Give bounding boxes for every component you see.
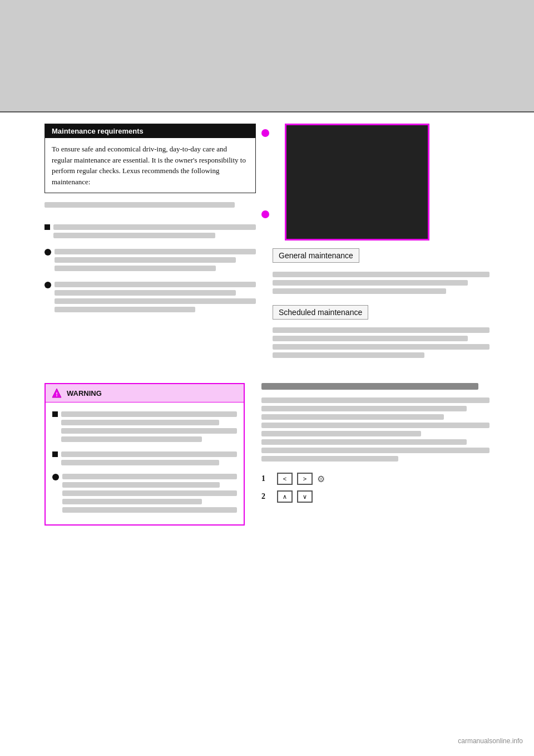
bullet-row-circle-1 [44,249,256,274]
bottom-section: ! WARNING [0,377,534,537]
bottom-right-text-area [261,397,490,462]
gear-icon: ⚙ [317,474,325,484]
warning-line-4 [61,436,202,442]
right-text-2 [273,280,468,286]
bullet-row-1 [44,224,256,241]
navigation-controls: 1 < > ⚙ 2 ∧ ∨ [261,473,490,503]
warning-line-7 [62,474,237,479]
bullet-row-circle-2 [44,282,256,315]
page-watermark: carmanualsonline.info [458,737,523,745]
photo-dot-bottom [261,210,269,218]
warning-line-9 [62,490,237,496]
right-text-7 [273,352,424,358]
br-line-4 [261,423,490,428]
circle-text-2d [55,307,195,312]
br-line-2 [261,406,467,411]
br-line-6 [261,439,467,445]
warning-body [46,402,244,524]
warning-title-text: WARNING [67,389,102,397]
left-column: Maintenance requirements To ensure safe … [44,124,256,361]
circle-text-2b [55,290,236,296]
square-bullet-1 [44,224,50,230]
main-content: Maintenance requirements To ensure safe … [0,112,534,372]
warning-bullet-circle [52,474,237,516]
warning-triangle-icon: ! [51,387,62,399]
warning-square-bullet-2 [52,451,58,457]
general-maintenance-label: General maintenance [273,248,359,263]
warning-bullet-1 [52,411,237,445]
br-line-1 [261,397,490,403]
bullet-text-line-1b [53,233,215,238]
warning-bullet-2 [52,451,237,468]
circle-text-1c [55,266,216,271]
circle-text-2a [55,282,256,287]
nav-number-1: 1 [261,474,273,483]
right-text-3 [273,288,446,294]
br-line-7 [261,448,490,453]
bullet-text-line-1a [53,224,256,230]
right-col-top [273,124,490,240]
circle-bullet-2 [44,282,51,288]
br-line-5 [261,431,421,436]
maintenance-requirements-body: To ensure safe and economical driv-ing, … [45,138,255,193]
circle-bullet-1 [44,249,51,256]
warning-line-6 [61,460,219,465]
left-bottom-text [44,224,256,315]
warning-line-2 [61,420,219,425]
warning-line-8 [62,482,220,488]
br-line-3 [261,414,444,420]
nav-up-button[interactable]: ∧ [277,490,293,503]
right-text-1 [273,272,490,277]
nav-row-1: 1 < > ⚙ [261,473,490,485]
nav-prev-button[interactable]: < [277,473,293,485]
maintenance-requirements-box: Maintenance requirements To ensure safe … [44,124,256,193]
warning-line-11 [62,507,237,513]
right-column: General maintenance Scheduled maintenanc… [273,124,490,361]
nav-next-button[interactable]: > [297,473,313,485]
warning-circle-bullet [52,474,59,480]
bottom-right-header [261,383,478,390]
right-text-6 [273,344,490,350]
warning-line-10 [62,499,202,504]
content-line-1 [44,202,235,208]
right-text-5 [273,336,468,341]
circle-text-1b [55,257,236,263]
right-text-4 [273,327,490,333]
warning-line-3 [61,428,237,434]
photo-dot-top [261,129,269,137]
bottom-right-column: 1 < > ⚙ 2 ∧ ∨ [261,383,490,526]
warning-line-1 [61,411,237,417]
photo-box [285,124,429,240]
maintenance-requirements-title: Maintenance requirements [45,124,255,138]
scheduled-maintenance-label: Scheduled maintenance [273,305,368,320]
nav-number-2: 2 [261,492,273,501]
nav-down-button[interactable]: ∨ [297,490,313,503]
warning-line-5 [61,451,237,457]
circle-text-2c [55,298,256,304]
circle-text-1a [55,249,256,254]
svg-text:!: ! [56,391,58,397]
top-gray-area [0,0,534,111]
warning-box: ! WARNING [44,383,245,526]
warning-title-row: ! WARNING [46,384,244,402]
br-line-8 [261,456,398,462]
warning-square-bullet-1 [52,411,58,417]
nav-row-2: 2 ∧ ∨ [261,490,490,503]
page: Maintenance requirements To ensure safe … [0,0,534,756]
